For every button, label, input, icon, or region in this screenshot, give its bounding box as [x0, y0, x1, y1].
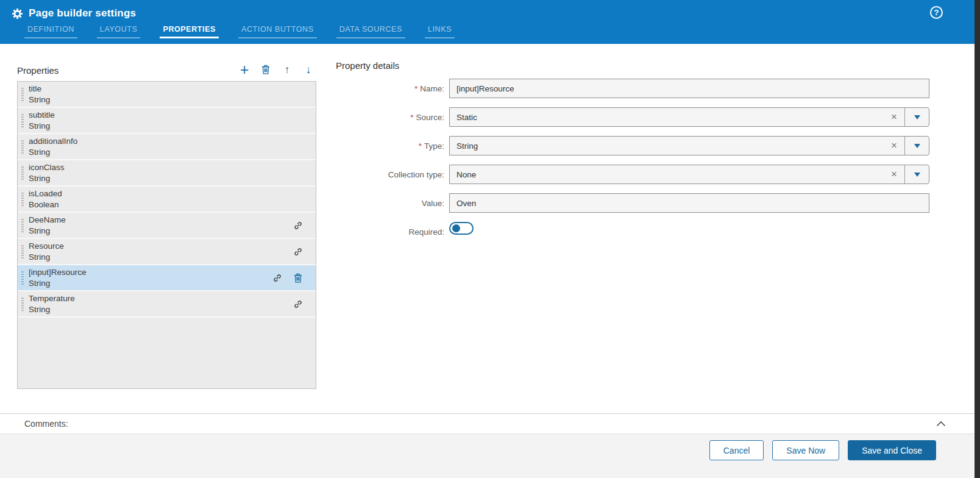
name-input[interactable] [449, 79, 929, 98]
property-name: subtitle [29, 110, 302, 121]
type-field-row: *Type:String× [336, 136, 934, 155]
property-name: DeeName [29, 215, 294, 226]
type-clear-icon[interactable]: × [884, 137, 904, 155]
tab-definition[interactable]: Definition [24, 25, 77, 38]
property-type: String [29, 173, 302, 184]
tab-data-sources[interactable]: Data sources [336, 25, 405, 38]
properties-panel: Properties +↑↓ titleStringsubtitleString… [17, 60, 316, 389]
link-icon[interactable] [294, 221, 302, 230]
type-combobox[interactable]: String× [449, 136, 929, 155]
link-icon[interactable] [273, 274, 282, 282]
property-type: String [29, 121, 302, 132]
property-name: Resource [29, 241, 294, 252]
required-asterisk: * [410, 113, 413, 122]
property-type: String [29, 278, 273, 289]
page-builder-settings-window: Page builder settings ? DefinitionLayout… [0, 0, 980, 478]
cancel-button[interactable]: Cancel [709, 440, 764, 460]
name-field-row: *Name: [336, 79, 934, 98]
page-title: Page builder settings [29, 7, 136, 20]
link-icon[interactable] [294, 248, 302, 256]
property-list-item[interactable]: TemperatureString [18, 291, 316, 318]
required-asterisk: * [414, 84, 417, 93]
source-label-text: Source: [416, 113, 444, 122]
property-list-item[interactable]: [input]ResourceString [18, 265, 316, 291]
move-up-button[interactable]: ↑ [282, 63, 293, 76]
property-list-item[interactable]: additionalInfoString [18, 134, 316, 160]
delete-button[interactable] [260, 63, 271, 76]
property-list-item[interactable]: subtitleString [18, 108, 316, 134]
property-name: additionalInfo [29, 136, 302, 147]
property-list-item[interactable]: iconClassString [18, 160, 316, 187]
delete-property-icon[interactable] [294, 273, 302, 283]
property-item-text: ResourceString [29, 241, 294, 262]
tab-action-buttons[interactable]: Action buttons [238, 25, 317, 38]
drag-handle[interactable] [21, 114, 24, 127]
property-type: String [29, 226, 294, 237]
value-input[interactable] [449, 193, 929, 213]
property-item-text: iconClassString [29, 162, 302, 184]
save-now-button[interactable]: Save Now [772, 440, 839, 460]
property-type: String [29, 304, 294, 315]
required-label: Required: [336, 227, 449, 237]
required-asterisk: * [419, 141, 422, 151]
property-item-text: isLoadedBoolean [29, 188, 302, 210]
save-and-close-button[interactable]: Save and Close [848, 440, 936, 460]
collection-type-field-row: Collection type:None× [336, 165, 934, 184]
property-name: title [29, 84, 302, 95]
collection-type-dropdown-arrow-icon[interactable] [904, 165, 929, 184]
property-list-item[interactable]: titleString [18, 82, 316, 108]
property-item-text: additionalInfoString [29, 136, 302, 157]
tab-links[interactable]: Links [425, 25, 455, 38]
drag-handle[interactable] [21, 140, 24, 154]
collection-type-label: Collection type: [336, 170, 449, 179]
comments-label: Comments: [24, 419, 68, 429]
drag-handle[interactable] [21, 219, 24, 232]
tab-layouts[interactable]: Layouts [97, 25, 141, 38]
value-label: Value: [336, 199, 449, 208]
source-combobox[interactable]: Static× [449, 107, 929, 127]
property-name: iconClass [29, 162, 302, 173]
property-item-text: subtitleString [29, 110, 302, 131]
property-type: String [29, 95, 302, 105]
link-icon[interactable] [294, 300, 302, 309]
collection-type-clear-icon[interactable]: × [884, 165, 904, 184]
help-icon[interactable]: ? [930, 6, 943, 19]
property-details-title: Property details [336, 60, 934, 71]
collection-type-label-text: Collection type: [388, 170, 444, 179]
add-button[interactable]: + [239, 63, 250, 76]
property-details-panel: Property details *Name:*Source:Static×*T… [336, 60, 934, 251]
property-item-text: titleString [29, 84, 302, 105]
property-item-text: TemperatureString [29, 293, 294, 315]
value-label-text: Value: [422, 199, 444, 208]
source-field-row: *Source:Static× [336, 107, 934, 127]
required-toggle[interactable] [449, 222, 474, 235]
required-label-text: Required: [408, 227, 444, 237]
property-list-item[interactable]: ResourceString [18, 239, 316, 265]
property-list-item[interactable]: isLoadedBoolean [18, 187, 316, 213]
source-dropdown-arrow-icon[interactable] [904, 108, 929, 126]
drag-handle[interactable] [21, 166, 24, 180]
drag-handle[interactable] [21, 271, 24, 285]
app-header: Page builder settings ? DefinitionLayout… [0, 0, 975, 44]
drag-handle[interactable] [21, 298, 24, 311]
property-item-text: [input]ResourceString [29, 267, 273, 288]
property-name: [input]Resource [29, 267, 273, 278]
drag-handle[interactable] [21, 88, 24, 101]
move-down-button[interactable]: ↓ [303, 63, 314, 76]
screen-edge-strip [975, 0, 980, 478]
property-list-item[interactable]: DeeNameString [18, 213, 316, 239]
property-type: String [29, 252, 294, 263]
property-item-text: DeeNameString [29, 215, 294, 236]
footer-button-bar: CancelSave NowSave and Close [0, 434, 975, 478]
property-name: Temperature [29, 293, 294, 304]
collection-type-combobox[interactable]: None× [449, 165, 929, 184]
source-selected-value: Static [450, 108, 884, 126]
source-clear-icon[interactable]: × [884, 108, 904, 126]
tab-properties[interactable]: Properties [160, 25, 219, 38]
type-dropdown-arrow-icon[interactable] [904, 137, 929, 155]
chevron-up-icon[interactable] [936, 421, 946, 427]
required-toggle-knob [452, 224, 460, 232]
drag-handle[interactable] [21, 245, 24, 259]
drag-handle[interactable] [21, 193, 24, 206]
property-name: isLoaded [29, 188, 302, 199]
